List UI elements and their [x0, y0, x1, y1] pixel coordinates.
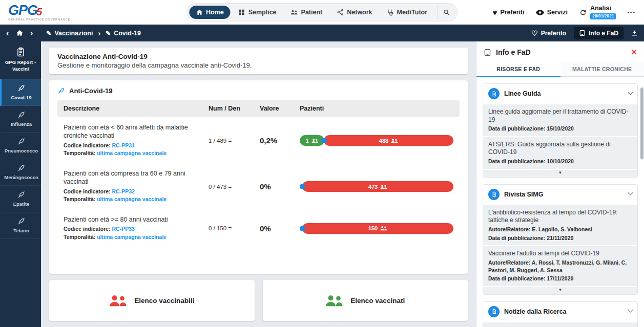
sidebar-item-label: Meningococco	[4, 175, 38, 180]
breadcrumb-item-covid19[interactable]: ✎ Covid-19	[106, 30, 141, 37]
breadcrumb-item-vaccinazioni[interactable]: ✎ Vaccinazioni	[46, 30, 93, 37]
sidebar-item-meningococco[interactable]: Meningococco	[0, 159, 41, 186]
unvaccinated-count: 488	[379, 138, 388, 144]
resource-item[interactable]: L'antibiotico-resistenza al tempo del CO…	[483, 204, 637, 246]
tab-risorse-e-fad[interactable]: RISORSE E FAD	[476, 61, 560, 77]
tablet-icon	[484, 49, 491, 56]
logo-text: GPG	[8, 4, 37, 17]
accordion-header[interactable]: Notizie dalla Ricerca	[483, 302, 637, 321]
elenco-vaccinati-button[interactable]: Elenco vaccinati	[263, 280, 468, 321]
preferito-label: Preferito	[541, 30, 566, 37]
breadcrumb: ✎ Vaccinazioni › ✎ Covid-19	[46, 29, 141, 37]
num-den-value: 0 / 150	[209, 225, 226, 231]
unvaccinated-count-chip[interactable]: 488	[324, 135, 453, 146]
temporalita-link[interactable]: ultima campagna vaccinale	[97, 196, 167, 202]
unvaccinated-count-chip[interactable]: 150	[302, 223, 453, 234]
servizi-label: Servizi	[547, 9, 568, 16]
preferiti-button[interactable]: ♥ Preferiti	[492, 9, 524, 16]
temporalita-link[interactable]: ultima campagna vaccinale	[97, 150, 167, 156]
equals-sign: =	[228, 138, 232, 144]
sidebar-report-label: GPG Report - Vaccini	[2, 59, 39, 73]
download-button[interactable]	[631, 30, 638, 36]
equals-sign: =	[228, 184, 232, 190]
valore-value: 0%	[260, 224, 300, 233]
indicator-description: Pazienti con età < 60 anni affetti da ma…	[64, 123, 202, 140]
nav-item-home[interactable]: Home	[189, 6, 231, 19]
codice-link[interactable]: RC-PP31	[112, 142, 135, 148]
nav-item-patient[interactable]: Patient	[284, 6, 329, 19]
top-bar: GPG 5 GENERAL PRACTICE GOVERNANCE Home S…	[0, 0, 644, 25]
nav-item-semplice[interactable]: Semplice	[232, 6, 283, 19]
codice-label: Codice indicatore:	[64, 142, 111, 148]
codice-link[interactable]: RC-PP33	[112, 226, 135, 232]
sidebar-item-influenza[interactable]: Influenza	[0, 106, 41, 133]
bar-marker-dot[interactable]	[321, 138, 327, 143]
indicator-description: Pazienti con età compresa tra 60 e 79 an…	[64, 169, 202, 186]
back-chevron-icon[interactable]: ‹	[6, 29, 9, 37]
main-nav: Home Semplice Patient Network MediTutor	[186, 3, 458, 21]
author-label: Autore/Relatore:	[488, 226, 530, 232]
resource-item[interactable]: ATS/ERS: Guida aggiornata sulla gestione…	[483, 136, 637, 169]
action-label: Elenco vaccinabili	[134, 297, 194, 304]
close-icon[interactable]: ×	[631, 48, 637, 56]
nav-item-label: Network	[347, 9, 372, 16]
analisi-label: Analisi	[590, 5, 611, 12]
syringe-icon	[17, 111, 26, 119]
resource-item[interactable]: Linee guida aggiornate per il trattament…	[483, 103, 637, 136]
resource-item[interactable]: Ruolo della vitamina D sui malati di Cov…	[483, 321, 637, 327]
gpg-logo[interactable]: GPG 5 GENERAL PRACTICE GOVERNANCE	[8, 4, 70, 21]
accordion-header[interactable]: Rivista SIMG	[483, 185, 637, 204]
col-header-numden: Num / Den	[209, 105, 260, 112]
stethoscope-icon	[387, 9, 394, 16]
more-menu-button[interactable]: •••	[627, 10, 636, 15]
servizi-button[interactable]: Servizi	[536, 9, 568, 16]
num-den-value: 0 / 473	[209, 184, 226, 190]
forward-chevron-icon[interactable]: ›	[30, 29, 33, 37]
triangle-down-icon: ▼	[558, 288, 563, 292]
sidebar-item-covid19[interactable]: Covid-19	[0, 79, 41, 106]
syringe-icon	[17, 137, 26, 146]
search-icon	[443, 9, 450, 16]
num-den-value: 1 / 489	[209, 138, 226, 144]
accordion-header[interactable]: Linee Guida	[483, 84, 637, 103]
tab-malattie-croniche[interactable]: MALATTIE CRONICHE	[560, 61, 644, 77]
section-title: Notizie dalla Ricerca	[504, 308, 567, 315]
analisi-button[interactable]: Analisi 26/01/2021	[579, 5, 616, 19]
syringe-icon	[57, 87, 65, 95]
resource-item[interactable]: Vaccinare l'adulto ai tempi del COVID-19…	[483, 245, 637, 286]
patients-bar: 473	[300, 181, 453, 192]
sidebar-item-label: Influenza	[11, 121, 32, 127]
preferito-button[interactable]: ♡ Preferito	[531, 30, 566, 37]
expand-more-button[interactable]: ▼	[483, 169, 637, 177]
bar-marker-dot[interactable]	[300, 226, 305, 231]
unvaccinated-count-chip[interactable]: 473	[302, 181, 453, 192]
sidebar-item-tetano[interactable]: Tetano	[0, 212, 41, 239]
expand-more-button[interactable]: ▼	[483, 286, 637, 294]
resource-title: Linee guida aggiornate per il trattament…	[488, 108, 632, 124]
sidebar-item-epatite[interactable]: Epatite	[0, 186, 41, 212]
bar-marker-dot[interactable]	[300, 184, 305, 189]
vaccinated-count-chip[interactable]: 1	[300, 135, 324, 146]
breadcrumb-label: Covid-19	[114, 30, 141, 37]
resource-title: ATS/ERS: Guida aggiornata sulla gestione…	[488, 141, 632, 157]
nav-item-network[interactable]: Network	[330, 6, 379, 19]
panel-scrollbar[interactable]	[640, 88, 643, 159]
codice-label: Codice indicatore:	[64, 188, 111, 194]
table-row: Pazienti con età < 60 anni affetti da ma…	[57, 117, 460, 163]
search-button[interactable]	[437, 6, 455, 19]
home-nav-icon[interactable]	[16, 29, 24, 37]
date-label: Data di pubblicazione:	[488, 158, 545, 164]
sidebar-item-gpg-report[interactable]: GPG Report - Vaccini	[0, 41, 41, 79]
elenco-vaccinabili-button[interactable]: Elenco vaccinabili	[49, 280, 255, 321]
temporalita-link[interactable]: ultima campagna vaccinale	[97, 234, 167, 240]
codice-link[interactable]: RC-PP32	[112, 188, 135, 194]
codice-label: Codice indicatore:	[64, 226, 111, 232]
resource-title: L'antibiotico-resistenza al tempo del CO…	[488, 209, 632, 225]
info-fad-toggle-button[interactable]: Info e FaD	[574, 27, 624, 39]
analisi-date-badge: 26/01/2021	[590, 13, 616, 19]
newspaper-circle-icon	[488, 306, 500, 317]
logo-five: 5	[36, 7, 42, 17]
sidebar-item-pneumococco[interactable]: Pneumococco	[0, 133, 41, 159]
nav-item-meditutor[interactable]: MediTutor	[380, 6, 434, 19]
indicators-card-title: Anti-Covid-19	[69, 87, 113, 95]
